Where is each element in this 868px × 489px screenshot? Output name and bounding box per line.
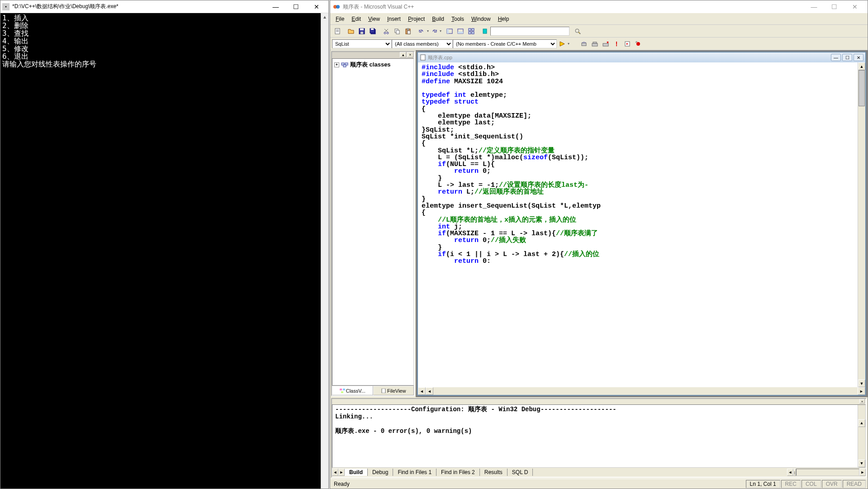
status-read: READ: [843, 480, 866, 488]
scroll-left-split-icon[interactable]: ◄: [418, 387, 426, 395]
svg-rect-22: [469, 32, 471, 34]
editor-horizontal-scrollbar[interactable]: ◄ ◄ ►: [418, 387, 865, 395]
console-output[interactable]: 1、插入 2、删除 3、查找 4、输出 5、修改 6、退出 请输入您对线性表操作…: [0, 13, 328, 489]
find-icon[interactable]: [573, 26, 583, 36]
output-hscroll-right-icon[interactable]: ►: [859, 469, 866, 476]
breakpoint-icon[interactable]: [633, 39, 643, 49]
svg-rect-24: [483, 29, 487, 33]
new-text-icon[interactable]: [332, 26, 342, 36]
console-scrollbar[interactable]: ▲: [321, 13, 328, 489]
scroll-up-icon[interactable]: ▲: [858, 62, 865, 70]
scrollbar-thumb[interactable]: [859, 70, 865, 106]
svg-rect-5: [360, 32, 363, 34]
editor-window-controls: — ☐ ✕: [831, 54, 863, 61]
compile-icon[interactable]: [579, 39, 589, 49]
menu-window[interactable]: Window: [468, 14, 494, 24]
console-titlebar: ▪ *D:\VC++\数据结构\作业\Debug\顺序表.exe* — ☐ ✕: [0, 0, 328, 13]
ide-titlebar: 顺序表 - Microsoft Visual C++ — ☐ ✕: [330, 0, 868, 13]
svg-rect-19: [458, 32, 463, 33]
output-icon[interactable]: [455, 26, 465, 36]
output-tab-sql[interactable]: SQL D: [508, 469, 533, 476]
maximize-button[interactable]: ☐: [286, 0, 306, 13]
find-combo[interactable]: [490, 27, 569, 36]
scroll-left-icon[interactable]: ◄: [426, 387, 433, 395]
class-tree[interactable]: + 顺序表 classes: [332, 58, 414, 385]
editor-filename: 顺序表.cpp: [428, 54, 831, 61]
scroll-up-icon[interactable]: ▲: [321, 13, 328, 21]
action-icon[interactable]: [557, 39, 567, 49]
menu-insert[interactable]: Insert: [384, 14, 404, 24]
svg-rect-15: [408, 31, 410, 34]
close-button[interactable]: ✕: [306, 0, 327, 13]
svg-rect-20: [469, 28, 471, 31]
copy-icon[interactable]: [392, 26, 402, 36]
svg-rect-26: [582, 43, 586, 46]
stop-build-icon[interactable]: [601, 39, 611, 49]
undo-icon[interactable]: [417, 26, 427, 36]
save-all-icon[interactable]: [368, 26, 378, 36]
go-icon[interactable]: [622, 39, 632, 49]
tree-panel-dock-icon[interactable]: ▴: [400, 52, 406, 57]
workspace-area: ▴ × + 顺序表 classes ClassV... FileView: [330, 50, 868, 397]
save-icon[interactable]: [357, 26, 367, 36]
scroll-down-icon[interactable]: ▼: [858, 460, 865, 467]
menu-file[interactable]: File: [332, 14, 348, 24]
execute-icon[interactable]: !: [612, 39, 621, 49]
paste-icon[interactable]: [403, 26, 413, 36]
tree-panel-close-icon[interactable]: ×: [407, 52, 413, 57]
svg-rect-29: [603, 43, 608, 46]
scroll-right-icon[interactable]: ►: [858, 387, 865, 395]
scroll-down-icon[interactable]: ▼: [858, 380, 865, 387]
redo-icon[interactable]: [429, 26, 439, 36]
output-hscroll-left-icon[interactable]: ◄: [787, 469, 793, 476]
tab-fileview[interactable]: FileView: [373, 386, 414, 395]
open-icon[interactable]: [346, 26, 356, 36]
output-tab-find2[interactable]: Find in Files 2: [436, 469, 480, 476]
menu-bar: File Edit View Insert Project Build Tool…: [330, 13, 868, 25]
cut-icon[interactable]: [381, 26, 391, 36]
menu-edit[interactable]: Edit: [348, 14, 365, 24]
minimize-button[interactable]: —: [804, 0, 824, 13]
close-button[interactable]: ✕: [844, 0, 865, 13]
menu-tools[interactable]: Tools: [448, 14, 468, 24]
minimize-button[interactable]: —: [266, 0, 286, 13]
menu-build[interactable]: Build: [428, 14, 448, 24]
output-vertical-scrollbar[interactable]: ▲ ▼: [858, 405, 865, 467]
menu-view[interactable]: View: [365, 14, 384, 24]
expand-icon[interactable]: +: [334, 62, 339, 67]
console-line: 5、修改: [2, 45, 327, 52]
svg-rect-40: [421, 55, 425, 60]
output-tab-debug[interactable]: Debug: [368, 469, 393, 476]
editor-maximize-button[interactable]: ☐: [842, 54, 852, 61]
output-close-icon[interactable]: ×: [859, 399, 865, 404]
output-tab-find1[interactable]: Find in Files 1: [393, 469, 436, 476]
workspace-icon[interactable]: [445, 26, 455, 36]
svg-rect-38: [341, 391, 343, 393]
tree-root-node[interactable]: + 顺序表 classes: [334, 61, 412, 69]
editor-vertical-scrollbar[interactable]: ▲ ▼: [858, 62, 865, 387]
maximize-button[interactable]: ☐: [824, 0, 844, 13]
toggle-bookmark-icon[interactable]: [480, 26, 490, 36]
class-combo[interactable]: SqList: [332, 39, 392, 48]
tab-classview[interactable]: ClassV...: [332, 386, 373, 395]
wizard-toolbar: SqList (All class members) (No members -…: [330, 38, 868, 50]
output-tab-build[interactable]: Build: [345, 469, 368, 476]
standard-toolbar: ▾ ▾: [330, 25, 868, 38]
member-combo[interactable]: (No members - Create C/C++ Memb: [453, 39, 557, 48]
menu-help[interactable]: Help: [494, 14, 513, 24]
code-editor[interactable]: #include <stdio.h> #include <stdlib.h> #…: [418, 62, 858, 387]
build-icon[interactable]: [590, 39, 600, 49]
output-tab-results[interactable]: Results: [480, 469, 508, 476]
output-tab-scroll-right-icon[interactable]: ►: [338, 469, 345, 476]
scroll-up-icon[interactable]: ▲: [858, 419, 865, 427]
editor-minimize-button[interactable]: —: [831, 54, 841, 61]
console-app-icon: ▪: [2, 3, 9, 10]
filter-combo[interactable]: (All class members): [392, 39, 453, 48]
editor-close-button[interactable]: ✕: [854, 54, 863, 61]
svg-rect-35: [343, 65, 346, 67]
window-list-icon[interactable]: [466, 26, 476, 36]
menu-project[interactable]: Project: [404, 14, 428, 24]
output-text[interactable]: --------------------Configuration: 顺序表 -…: [332, 404, 866, 468]
editor-child-window: 顺序表.cpp — ☐ ✕ #include <stdio.h> #includ…: [417, 52, 866, 396]
output-tab-scroll-left-icon[interactable]: ◄: [332, 469, 338, 476]
